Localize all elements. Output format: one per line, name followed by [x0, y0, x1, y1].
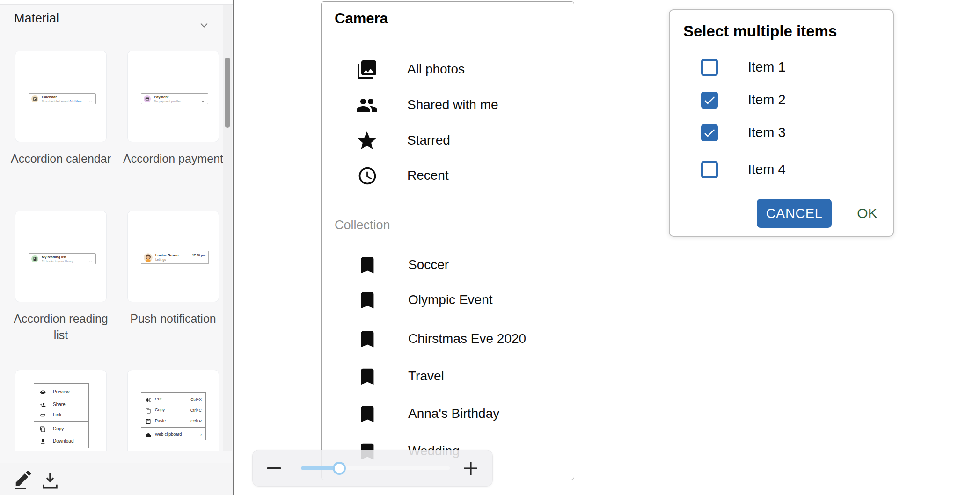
checkbox-item-2[interactable] [701, 92, 718, 109]
cloud-icon [146, 431, 151, 440]
checkbox-label: Item 3 [748, 125, 786, 140]
menu-divider [141, 427, 205, 428]
bookmark-icon [357, 328, 378, 350]
menu-item: Preview [34, 389, 88, 395]
menu-item: Share [34, 401, 88, 408]
collection-section-label: Collection [335, 218, 390, 233]
calendar-icon [31, 95, 38, 102]
people-icon [356, 94, 378, 116]
app-window: Material Calendar No scheduled event Add… [0, 0, 980, 495]
accordion-payment-preview: Payment No payment profiles [141, 93, 208, 104]
camera-menu-panel: Camera All photos Shared with me Starred… [321, 1, 574, 480]
sidebar-scrollbar-thumb[interactable] [225, 58, 230, 128]
clock-icon [357, 166, 380, 188]
sidebar-toolbar [0, 463, 233, 495]
download-icon [40, 438, 46, 446]
collection-item-soccer[interactable]: Soccer [408, 257, 449, 272]
menu-item-recent[interactable]: Recent [407, 168, 449, 183]
select-multiple-items-dialog: Select multiple items Item 1 Item 2 Item… [669, 9, 894, 237]
menu-item: Cut Ctrl+X [141, 396, 205, 403]
checkbox-label: Item 1 [748, 59, 786, 75]
mini-accordion-title: Calendar [42, 95, 57, 99]
context-menu-preview: Cut Ctrl+X Copy Ctrl+C Paste Ctrl+P Web … [141, 392, 206, 440]
checkbox-item-3[interactable] [701, 124, 718, 141]
panel-divider [322, 205, 574, 205]
person-add-icon [40, 401, 46, 410]
zoom-in-button[interactable] [463, 461, 478, 476]
component-card-context-menu-clipboard[interactable]: Cut Ctrl+X Copy Ctrl+C Paste Ctrl+P Web … [127, 370, 219, 461]
collection-item-olympic-event[interactable]: Olympic Event [408, 292, 493, 307]
context-menu-preview: Preview Share Link Copy Download [34, 383, 89, 448]
avatar [144, 253, 153, 262]
chevron-down-icon [201, 97, 205, 105]
component-card-accordion-payment[interactable]: Payment No payment profiles [127, 51, 219, 142]
checkbox-label: Item 4 [748, 162, 786, 177]
shortcut-label: Ctrl+X [190, 397, 202, 402]
sidebar-top-strip [0, 0, 233, 5]
checkbox-item-1[interactable] [701, 59, 718, 76]
notification-time: 17:00 pm [192, 254, 205, 257]
accordion-calendar-preview: Calendar No scheduled event Add New [29, 93, 96, 104]
mini-accordion-subtitle: No payment profiles [154, 100, 181, 103]
draw-icon[interactable] [13, 470, 35, 491]
menu-item: Copy [34, 426, 88, 432]
collection-item-annas-birthday[interactable]: Anna's Birthday [408, 406, 499, 421]
submenu-arrow: › [200, 432, 202, 437]
link-icon [40, 412, 46, 420]
sidebar-footer [0, 451, 233, 495]
menu-item-shared-with-me[interactable]: Shared with me [407, 97, 498, 112]
card-caption: Accordion payment [121, 151, 226, 167]
dialog-title: Select multiple items [683, 22, 837, 40]
menu-divider [34, 421, 88, 422]
card-caption: Push notification [121, 311, 226, 327]
menu-item: Web clipboard › [141, 431, 205, 438]
chevron-down-icon[interactable] [197, 19, 211, 32]
collection-item-christmas-eve[interactable]: Chirstmas Eve 2020 [408, 331, 526, 346]
star-icon [356, 130, 378, 152]
payment-icon [144, 95, 151, 102]
notification-sender: Louise Brown [155, 253, 179, 257]
component-card-accordion-calendar[interactable]: Calendar No scheduled event Add New [15, 51, 107, 142]
collection-item-travel[interactable]: Travel [408, 369, 444, 384]
menu-item-all-photos[interactable]: All photos [407, 62, 465, 77]
sidebar-canvas-divider [233, 0, 234, 495]
book-icon [31, 255, 38, 262]
zoom-slider-thumb[interactable] [333, 462, 346, 475]
scissors-icon [146, 396, 151, 405]
ok-button[interactable]: OK [847, 199, 887, 228]
push-notification-preview: Louise Brown Let's go 17:00 pm [141, 251, 209, 264]
chevron-down-icon [88, 97, 93, 105]
mini-accordion-subtitle: No scheduled event Add New [42, 100, 81, 103]
menu-item: Download [34, 438, 88, 444]
card-caption: Accordion reading list [8, 311, 113, 343]
menu-item-starred[interactable]: Starred [407, 133, 450, 148]
copy-icon [146, 407, 151, 415]
material-section-title: Material [14, 11, 59, 26]
panel-title: Camera [335, 10, 388, 27]
checkbox-item-4[interactable] [701, 161, 718, 178]
bookmark-icon [357, 255, 378, 276]
zoom-out-button[interactable] [267, 467, 281, 469]
shortcut-label: Ctrl+C [190, 408, 202, 413]
component-card-accordion-reading-list[interactable]: My reading list 21 books in your library [15, 211, 107, 302]
menu-item: Paste Ctrl+P [141, 418, 205, 424]
bookmark-icon [357, 403, 378, 425]
mini-accordion-title: My reading list [42, 255, 66, 259]
cancel-button[interactable]: CANCEL [757, 199, 832, 228]
chevron-down-icon [88, 257, 93, 265]
eye-icon [40, 389, 46, 397]
add-new-link: Add New [69, 100, 81, 103]
mini-accordion-title: Payment [154, 95, 168, 99]
component-library-sidebar: Material Calendar No scheduled event Add… [0, 0, 233, 495]
zoom-control-bar [252, 450, 493, 487]
menu-item: Link [34, 412, 88, 418]
component-card-context-menu-share[interactable]: Preview Share Link Copy Download [15, 370, 107, 461]
shortcut-label: Ctrl+P [190, 419, 202, 423]
copy-icon [40, 426, 46, 434]
menu-item: Copy Ctrl+C [141, 407, 205, 414]
bookmark-icon [357, 290, 378, 311]
notification-message: Let's go [155, 258, 166, 261]
download-icon[interactable] [40, 471, 60, 490]
component-card-push-notification[interactable]: Louise Brown Let's go 17:00 pm [127, 211, 219, 302]
bookmark-icon [357, 366, 378, 387]
